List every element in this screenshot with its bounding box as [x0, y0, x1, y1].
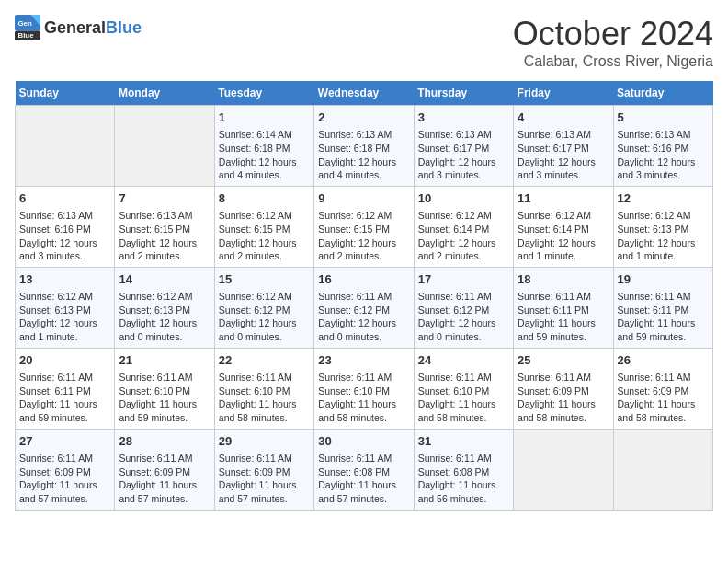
- day-info: Sunrise: 6:13 AMSunset: 6:17 PMDaylight:…: [518, 128, 609, 182]
- logo-icon: Gen Blue: [15, 15, 40, 40]
- day-number: 3: [418, 109, 509, 126]
- calendar-header-row: SundayMondayTuesdayWednesdayThursdayFrid…: [16, 81, 713, 106]
- calendar-cell: 9Sunrise: 6:12 AMSunset: 6:15 PMDaylight…: [314, 186, 414, 267]
- day-number: 2: [318, 109, 409, 126]
- day-number: 22: [219, 352, 310, 369]
- calendar-cell: [514, 429, 613, 510]
- header-wednesday: Wednesday: [314, 81, 414, 106]
- day-number: 29: [219, 433, 310, 450]
- day-number: 9: [318, 190, 409, 207]
- calendar-cell: 8Sunrise: 6:12 AMSunset: 6:15 PMDaylight…: [214, 186, 313, 267]
- header-monday: Monday: [115, 81, 214, 106]
- calendar-cell: 29Sunrise: 6:11 AMSunset: 6:09 PMDayligh…: [214, 429, 313, 510]
- header-thursday: Thursday: [414, 81, 513, 106]
- subtitle: Calabar, Cross River, Nigeria: [513, 53, 713, 70]
- calendar-cell: [16, 106, 115, 187]
- day-info: Sunrise: 6:11 AMSunset: 6:11 PMDaylight:…: [19, 371, 110, 425]
- logo-blue: Blue: [106, 18, 142, 37]
- day-number: 30: [318, 433, 409, 450]
- day-info: Sunrise: 6:11 AMSunset: 6:10 PMDaylight:…: [418, 371, 509, 425]
- calendar-cell: 17Sunrise: 6:11 AMSunset: 6:12 PMDayligh…: [414, 267, 513, 348]
- calendar-cell: 5Sunrise: 6:13 AMSunset: 6:16 PMDaylight…: [613, 106, 712, 187]
- day-info: Sunrise: 6:12 AMSunset: 6:13 PMDaylight:…: [19, 290, 110, 344]
- day-info: Sunrise: 6:11 AMSunset: 6:09 PMDaylight:…: [518, 371, 609, 425]
- day-info: Sunrise: 6:13 AMSunset: 6:16 PMDaylight:…: [19, 209, 110, 263]
- calendar-cell: 22Sunrise: 6:11 AMSunset: 6:10 PMDayligh…: [214, 348, 313, 429]
- calendar-cell: 1Sunrise: 6:14 AMSunset: 6:18 PMDaylight…: [214, 106, 313, 187]
- header-friday: Friday: [514, 81, 613, 106]
- calendar-cell: 24Sunrise: 6:11 AMSunset: 6:10 PMDayligh…: [414, 348, 513, 429]
- day-number: 15: [219, 271, 310, 288]
- day-info: Sunrise: 6:12 AMSunset: 6:14 PMDaylight:…: [518, 209, 609, 263]
- day-info: Sunrise: 6:11 AMSunset: 6:12 PMDaylight:…: [418, 290, 509, 344]
- day-info: Sunrise: 6:11 AMSunset: 6:09 PMDaylight:…: [618, 371, 709, 425]
- title-area: October 2024 Calabar, Cross River, Niger…: [513, 15, 713, 70]
- day-number: 28: [119, 433, 210, 450]
- day-info: Sunrise: 6:11 AMSunset: 6:09 PMDaylight:…: [119, 452, 210, 506]
- day-number: 12: [618, 190, 709, 207]
- svg-text:Gen: Gen: [18, 19, 32, 28]
- day-number: 25: [518, 352, 609, 369]
- calendar-cell: 20Sunrise: 6:11 AMSunset: 6:11 PMDayligh…: [16, 348, 115, 429]
- calendar-cell: 15Sunrise: 6:12 AMSunset: 6:12 PMDayligh…: [214, 267, 313, 348]
- day-number: 8: [219, 190, 310, 207]
- calendar-cell: 31Sunrise: 6:11 AMSunset: 6:08 PMDayligh…: [414, 429, 513, 510]
- calendar-cell: [613, 429, 712, 510]
- day-info: Sunrise: 6:14 AMSunset: 6:18 PMDaylight:…: [219, 128, 310, 182]
- calendar-week-row: 1Sunrise: 6:14 AMSunset: 6:18 PMDaylight…: [16, 106, 713, 187]
- header: Gen Blue GeneralBlue October 2024 Calaba…: [15, 15, 713, 70]
- calendar-cell: 14Sunrise: 6:12 AMSunset: 6:13 PMDayligh…: [115, 267, 214, 348]
- calendar-week-row: 27Sunrise: 6:11 AMSunset: 6:09 PMDayligh…: [16, 429, 713, 510]
- day-number: 7: [119, 190, 210, 207]
- day-number: 14: [119, 271, 210, 288]
- day-info: Sunrise: 6:12 AMSunset: 6:13 PMDaylight:…: [618, 209, 709, 263]
- logo-general: General: [44, 18, 106, 37]
- day-info: Sunrise: 6:13 AMSunset: 6:15 PMDaylight:…: [119, 209, 210, 263]
- calendar-cell: 4Sunrise: 6:13 AMSunset: 6:17 PMDaylight…: [514, 106, 613, 187]
- logo: Gen Blue GeneralBlue: [15, 15, 142, 40]
- day-number: 23: [318, 352, 409, 369]
- calendar-cell: 7Sunrise: 6:13 AMSunset: 6:15 PMDaylight…: [115, 186, 214, 267]
- calendar-week-row: 20Sunrise: 6:11 AMSunset: 6:11 PMDayligh…: [16, 348, 713, 429]
- calendar-cell: 13Sunrise: 6:12 AMSunset: 6:13 PMDayligh…: [16, 267, 115, 348]
- calendar-cell: 30Sunrise: 6:11 AMSunset: 6:08 PMDayligh…: [314, 429, 414, 510]
- calendar-cell: 10Sunrise: 6:12 AMSunset: 6:14 PMDayligh…: [414, 186, 513, 267]
- day-info: Sunrise: 6:13 AMSunset: 6:16 PMDaylight:…: [618, 128, 709, 182]
- day-number: 27: [19, 433, 110, 450]
- day-number: 26: [618, 352, 709, 369]
- day-info: Sunrise: 6:11 AMSunset: 6:09 PMDaylight:…: [219, 452, 310, 506]
- calendar-cell: 16Sunrise: 6:11 AMSunset: 6:12 PMDayligh…: [314, 267, 414, 348]
- calendar-cell: 26Sunrise: 6:11 AMSunset: 6:09 PMDayligh…: [613, 348, 712, 429]
- calendar-cell: 12Sunrise: 6:12 AMSunset: 6:13 PMDayligh…: [613, 186, 712, 267]
- header-tuesday: Tuesday: [214, 81, 313, 106]
- day-info: Sunrise: 6:13 AMSunset: 6:17 PMDaylight:…: [418, 128, 509, 182]
- day-number: 6: [19, 190, 110, 207]
- day-info: Sunrise: 6:12 AMSunset: 6:15 PMDaylight:…: [219, 209, 310, 263]
- calendar-cell: 21Sunrise: 6:11 AMSunset: 6:10 PMDayligh…: [115, 348, 214, 429]
- day-number: 11: [518, 190, 609, 207]
- day-number: 16: [318, 271, 409, 288]
- calendar-cell: 11Sunrise: 6:12 AMSunset: 6:14 PMDayligh…: [514, 186, 613, 267]
- day-info: Sunrise: 6:11 AMSunset: 6:10 PMDaylight:…: [318, 371, 409, 425]
- calendar-cell: 2Sunrise: 6:13 AMSunset: 6:18 PMDaylight…: [314, 106, 414, 187]
- day-number: 13: [19, 271, 110, 288]
- day-number: 5: [618, 109, 709, 126]
- day-info: Sunrise: 6:11 AMSunset: 6:11 PMDaylight:…: [518, 290, 609, 344]
- main-title: October 2024: [513, 15, 713, 53]
- calendar-week-row: 13Sunrise: 6:12 AMSunset: 6:13 PMDayligh…: [16, 267, 713, 348]
- day-info: Sunrise: 6:11 AMSunset: 6:08 PMDaylight:…: [418, 452, 509, 506]
- day-info: Sunrise: 6:12 AMSunset: 6:14 PMDaylight:…: [418, 209, 509, 263]
- day-number: 1: [219, 109, 310, 126]
- calendar-cell: 3Sunrise: 6:13 AMSunset: 6:17 PMDaylight…: [414, 106, 513, 187]
- day-info: Sunrise: 6:13 AMSunset: 6:18 PMDaylight:…: [318, 128, 409, 182]
- day-number: 21: [119, 352, 210, 369]
- header-saturday: Saturday: [613, 81, 712, 106]
- calendar-cell: 6Sunrise: 6:13 AMSunset: 6:16 PMDaylight…: [16, 186, 115, 267]
- calendar-cell: 27Sunrise: 6:11 AMSunset: 6:09 PMDayligh…: [16, 429, 115, 510]
- day-info: Sunrise: 6:12 AMSunset: 6:15 PMDaylight:…: [318, 209, 409, 263]
- header-sunday: Sunday: [16, 81, 115, 106]
- calendar-cell: [115, 106, 214, 187]
- day-info: Sunrise: 6:11 AMSunset: 6:10 PMDaylight:…: [219, 371, 310, 425]
- calendar-cell: 25Sunrise: 6:11 AMSunset: 6:09 PMDayligh…: [514, 348, 613, 429]
- day-number: 18: [518, 271, 609, 288]
